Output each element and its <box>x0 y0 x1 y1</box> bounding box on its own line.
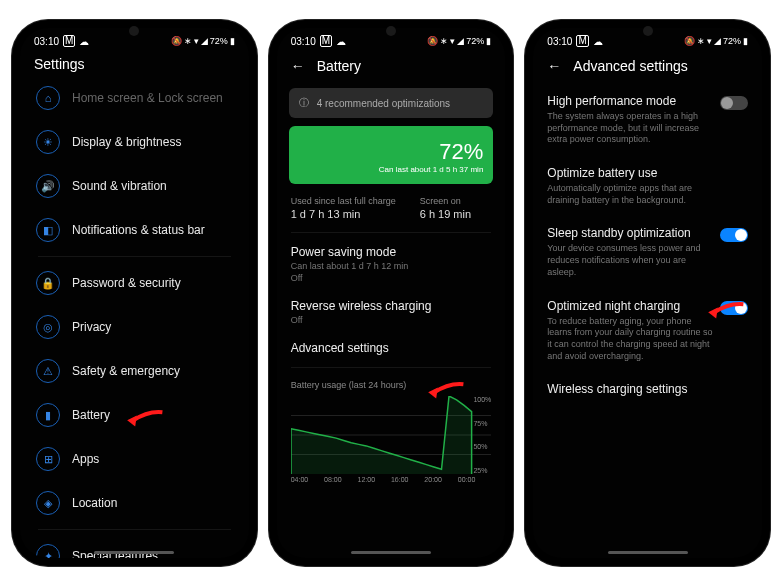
stat-value: 6 h 19 min <box>420 208 471 220</box>
row-title: Advanced settings <box>291 341 492 355</box>
page-title: Advanced settings <box>573 58 687 74</box>
adv-row-wireless-charging-settings[interactable]: Wireless charging settings <box>533 372 762 406</box>
row-subtitle: Off <box>291 315 492 325</box>
row-icon: ◧ <box>36 218 60 242</box>
page-title: Settings <box>20 50 249 76</box>
row-label: Location <box>72 496 117 510</box>
row-icon: ⌂ <box>36 86 60 110</box>
phone-settings: 03:10 M ☁ 🔕 ∗ ▾ ◢ 72% ▮ Settings ⌂Home s… <box>12 20 257 566</box>
settings-row-safety-emergency[interactable]: ⚠Safety & emergency <box>24 349 245 393</box>
stat-label: Used since last full charge <box>291 196 396 206</box>
battery-row-power-saving-mode[interactable]: Power saving modeCan last about 1 d 7 h … <box>277 237 506 291</box>
gmail-icon: M <box>63 35 75 47</box>
toggle[interactable] <box>720 96 748 110</box>
screen: 03:10 M ☁ 🔕 ∗ ▾ ◢ 72% ▮ Settings ⌂Home s… <box>20 28 249 558</box>
row-subtitle: The system always operates in a high per… <box>547 111 717 146</box>
battery-row-advanced-settings[interactable]: Advanced settings <box>277 333 506 363</box>
row-subtitle: To reduce battery aging, your phone lear… <box>547 316 717 363</box>
chart-x-labels: 04:0008:0012:0016:0020:0000:00 <box>291 474 492 483</box>
wifi-icon: ▾ <box>450 36 455 46</box>
cloud-icon: ☁ <box>336 36 346 47</box>
row-label: Safety & emergency <box>72 364 180 378</box>
row-label: Home screen & Lock screen <box>72 91 223 105</box>
divider <box>291 367 492 368</box>
row-subtitle: Your device consumes less power and redu… <box>547 243 717 278</box>
home-indicator[interactable] <box>94 551 174 554</box>
signal-icon: ◢ <box>457 36 464 46</box>
page-title: Battery <box>317 58 361 74</box>
adv-row-sleep-standby-optimization[interactable]: Sleep standby optimizationYour device co… <box>533 216 762 288</box>
divider <box>291 232 492 233</box>
settings-row-apps[interactable]: ⊞Apps <box>24 437 245 481</box>
battery-chart[interactable]: 100%75%50%25% <box>291 396 492 474</box>
home-indicator[interactable] <box>351 551 431 554</box>
row-label: Notifications & status bar <box>72 223 205 237</box>
settings-row-special-features[interactable]: ✦Special features <box>24 534 245 558</box>
adv-row-optimize-battery-use[interactable]: Optimize battery useAutomatically optimi… <box>533 156 762 216</box>
stat-value: 1 d 7 h 13 min <box>291 208 396 220</box>
row-label: Privacy <box>72 320 111 334</box>
settings-row-home-screen-lock-screen[interactable]: ⌂Home screen & Lock screen <box>24 76 245 120</box>
battery-stats: Used since last full charge 1 d 7 h 13 m… <box>277 192 506 228</box>
stat-label: Screen on <box>420 196 471 206</box>
divider <box>38 529 231 530</box>
status-time: 03:10 <box>34 36 59 47</box>
bluetooth-icon: ∗ <box>184 36 192 46</box>
chart-y-labels: 100%75%50%25% <box>473 396 491 474</box>
row-label: Sound & vibration <box>72 179 167 193</box>
status-battery-pct: 72% <box>210 36 228 46</box>
row-label: Password & security <box>72 276 181 290</box>
status-battery-pct: 72% <box>723 36 741 46</box>
row-icon: ✦ <box>36 544 60 558</box>
camera-notch <box>129 26 139 36</box>
settings-row-password-security[interactable]: 🔒Password & security <box>24 261 245 305</box>
row-title: High performance mode <box>547 94 748 108</box>
row-subtitle: Off <box>291 273 492 283</box>
row-label: Apps <box>72 452 99 466</box>
camera-notch <box>643 26 653 36</box>
battery-percent: 72% <box>439 141 483 163</box>
header: ← Battery <box>277 50 506 84</box>
gmail-icon: M <box>320 35 332 47</box>
settings-row-notifications-status-bar[interactable]: ◧Notifications & status bar <box>24 208 245 252</box>
battery-icon: ▮ <box>486 36 491 46</box>
phone-advanced: 03:10 M ☁ 🔕 ∗ ▾ ◢ 72% ▮ ← Advanced setti… <box>525 20 770 566</box>
wifi-icon: ▾ <box>194 36 199 46</box>
status-battery-pct: 72% <box>466 36 484 46</box>
settings-row-sound-vibration[interactable]: 🔊Sound & vibration <box>24 164 245 208</box>
row-title: Sleep standby optimization <box>547 226 748 240</box>
row-subtitle: Automatically optimize apps that are dra… <box>547 183 717 206</box>
row-icon: ◈ <box>36 491 60 515</box>
status-time: 03:10 <box>291 36 316 47</box>
row-title: Power saving mode <box>291 245 492 259</box>
settings-row-privacy[interactable]: ◎Privacy <box>24 305 245 349</box>
optimizations-banner[interactable]: ⓘ 4 recommended optimizations <box>289 88 494 118</box>
settings-row-display-brightness[interactable]: ☀Display & brightness <box>24 120 245 164</box>
adv-row-optimized-night-charging[interactable]: Optimized night chargingTo reduce batter… <box>533 289 762 373</box>
home-indicator[interactable] <box>608 551 688 554</box>
back-icon[interactable]: ← <box>291 58 305 74</box>
toggle[interactable] <box>720 301 748 315</box>
battery-rows: Power saving modeCan last about 1 d 7 h … <box>277 237 506 363</box>
signal-icon: ◢ <box>201 36 208 46</box>
header: ← Advanced settings <box>533 50 762 84</box>
settings-row-location[interactable]: ◈Location <box>24 481 245 525</box>
settings-row-battery[interactable]: ▮Battery <box>24 393 245 437</box>
bell-off-icon: 🔕 <box>427 36 438 46</box>
row-icon: ⚠ <box>36 359 60 383</box>
toggle[interactable] <box>720 228 748 242</box>
row-title: Optimized night charging <box>547 299 748 313</box>
info-icon: ⓘ <box>299 96 309 110</box>
adv-row-high-performance-mode[interactable]: High performance modeThe system always o… <box>533 84 762 156</box>
battery-row-reverse-wireless-charging[interactable]: Reverse wireless chargingOff <box>277 291 506 333</box>
cloud-icon: ☁ <box>593 36 603 47</box>
battery-card[interactable]: 72% Can last about 1 d 5 h 37 min <box>289 126 494 184</box>
row-icon: ▮ <box>36 403 60 427</box>
bell-off-icon: 🔕 <box>171 36 182 46</box>
back-icon[interactable]: ← <box>547 58 561 74</box>
signal-icon: ◢ <box>714 36 721 46</box>
battery-icon: ▮ <box>230 36 235 46</box>
row-icon: ☀ <box>36 130 60 154</box>
banner-text: 4 recommended optimizations <box>317 98 450 109</box>
row-label: Display & brightness <box>72 135 181 149</box>
